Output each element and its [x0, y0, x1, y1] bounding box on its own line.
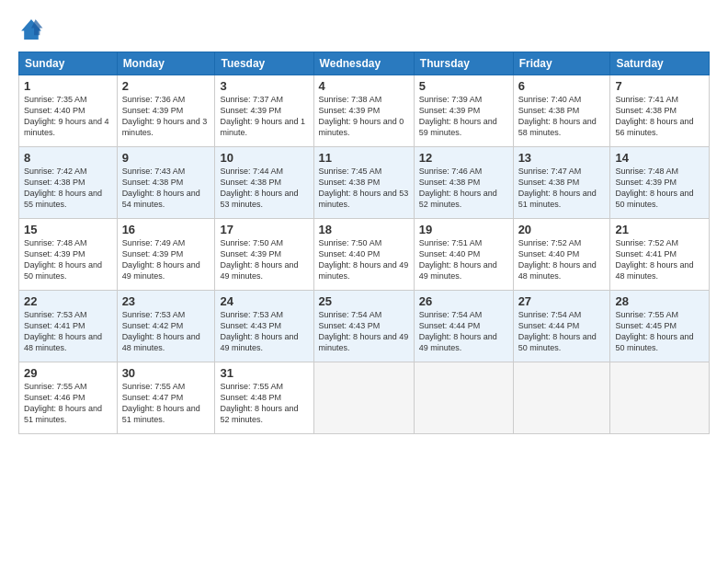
day-info: Sunrise: 7:52 AMSunset: 4:40 PMDaylight:… — [518, 237, 606, 282]
calendar-cell: 12Sunrise: 7:46 AMSunset: 4:38 PMDayligh… — [414, 147, 513, 219]
day-number: 26 — [419, 294, 508, 308]
logo — [18, 17, 48, 42]
calendar-cell: 19Sunrise: 7:51 AMSunset: 4:40 PMDayligh… — [414, 219, 513, 291]
day-number: 18 — [319, 223, 409, 236]
calendar-cell — [414, 362, 513, 434]
calendar-week-row: 29Sunrise: 7:55 AMSunset: 4:46 PMDayligh… — [19, 362, 710, 434]
day-number: 16 — [122, 223, 210, 236]
calendar-week-row: 1Sunrise: 7:35 AMSunset: 4:40 PMDaylight… — [19, 75, 710, 147]
column-header-thursday: Thursday — [414, 52, 513, 75]
calendar-cell: 24Sunrise: 7:53 AMSunset: 4:43 PMDayligh… — [215, 291, 313, 362]
calendar-cell — [313, 362, 414, 434]
day-number: 30 — [122, 366, 210, 380]
calendar-cell: 5Sunrise: 7:39 AMSunset: 4:39 PMDaylight… — [414, 75, 513, 147]
day-number: 21 — [615, 223, 704, 236]
day-info: Sunrise: 7:54 AMSunset: 4:44 PMDaylight:… — [419, 309, 508, 354]
column-header-sunday: Sunday — [19, 52, 118, 75]
day-info: Sunrise: 7:55 AMSunset: 4:45 PMDaylight:… — [615, 309, 704, 354]
header — [18, 17, 710, 42]
day-number: 10 — [220, 151, 308, 165]
day-info: Sunrise: 7:40 AMSunset: 4:38 PMDaylight:… — [518, 94, 606, 139]
day-info: Sunrise: 7:48 AMSunset: 4:39 PMDaylight:… — [24, 237, 112, 282]
day-number: 28 — [615, 294, 704, 308]
calendar-cell: 17Sunrise: 7:50 AMSunset: 4:39 PMDayligh… — [215, 219, 313, 291]
calendar-week-row: 22Sunrise: 7:53 AMSunset: 4:41 PMDayligh… — [19, 291, 710, 362]
day-info: Sunrise: 7:53 AMSunset: 4:43 PMDaylight:… — [220, 309, 308, 354]
logo-icon — [18, 17, 44, 42]
day-number: 24 — [220, 294, 308, 308]
calendar-cell: 1Sunrise: 7:35 AMSunset: 4:40 PMDaylight… — [19, 75, 118, 147]
calendar-cell: 8Sunrise: 7:42 AMSunset: 4:38 PMDaylight… — [19, 147, 118, 219]
day-info: Sunrise: 7:44 AMSunset: 4:38 PMDaylight:… — [220, 166, 308, 211]
calendar-cell: 16Sunrise: 7:49 AMSunset: 4:39 PMDayligh… — [117, 219, 215, 291]
day-info: Sunrise: 7:54 AMSunset: 4:43 PMDaylight:… — [319, 309, 409, 354]
calendar-cell: 30Sunrise: 7:55 AMSunset: 4:47 PMDayligh… — [117, 362, 215, 434]
day-number: 1 — [24, 79, 112, 93]
day-info: Sunrise: 7:39 AMSunset: 4:39 PMDaylight:… — [419, 94, 508, 139]
day-number: 31 — [220, 366, 308, 380]
calendar-cell: 13Sunrise: 7:47 AMSunset: 4:38 PMDayligh… — [513, 147, 610, 219]
day-number: 9 — [122, 151, 210, 165]
day-info: Sunrise: 7:45 AMSunset: 4:38 PMDaylight:… — [319, 166, 409, 211]
day-number: 22 — [24, 294, 112, 308]
day-number: 14 — [615, 151, 704, 165]
day-info: Sunrise: 7:51 AMSunset: 4:40 PMDaylight:… — [419, 237, 508, 282]
day-info: Sunrise: 7:43 AMSunset: 4:38 PMDaylight:… — [122, 166, 210, 211]
day-info: Sunrise: 7:42 AMSunset: 4:38 PMDaylight:… — [24, 166, 112, 211]
day-info: Sunrise: 7:36 AMSunset: 4:39 PMDaylight:… — [122, 94, 210, 139]
column-header-saturday: Saturday — [610, 52, 710, 75]
day-number: 17 — [220, 223, 308, 236]
calendar-cell — [513, 362, 610, 434]
day-number: 6 — [518, 79, 606, 93]
day-number: 7 — [615, 79, 704, 93]
calendar-cell: 2Sunrise: 7:36 AMSunset: 4:39 PMDaylight… — [117, 75, 215, 147]
day-number: 23 — [122, 294, 210, 308]
day-info: Sunrise: 7:53 AMSunset: 4:41 PMDaylight:… — [24, 309, 112, 354]
day-info: Sunrise: 7:37 AMSunset: 4:39 PMDaylight:… — [220, 94, 308, 139]
day-number: 15 — [24, 223, 112, 236]
page: SundayMondayTuesdayWednesdayThursdayFrid… — [0, 0, 728, 563]
calendar-cell: 28Sunrise: 7:55 AMSunset: 4:45 PMDayligh… — [610, 291, 710, 362]
day-info: Sunrise: 7:49 AMSunset: 4:39 PMDaylight:… — [122, 237, 210, 282]
calendar-week-row: 8Sunrise: 7:42 AMSunset: 4:38 PMDaylight… — [19, 147, 710, 219]
calendar-cell: 9Sunrise: 7:43 AMSunset: 4:38 PMDaylight… — [117, 147, 215, 219]
calendar-cell: 23Sunrise: 7:53 AMSunset: 4:42 PMDayligh… — [117, 291, 215, 362]
day-info: Sunrise: 7:48 AMSunset: 4:39 PMDaylight:… — [615, 166, 704, 211]
calendar-cell: 26Sunrise: 7:54 AMSunset: 4:44 PMDayligh… — [414, 291, 513, 362]
day-number: 4 — [319, 79, 409, 93]
calendar-cell: 14Sunrise: 7:48 AMSunset: 4:39 PMDayligh… — [610, 147, 710, 219]
calendar-cell: 20Sunrise: 7:52 AMSunset: 4:40 PMDayligh… — [513, 219, 610, 291]
day-number: 13 — [518, 151, 606, 165]
calendar-cell: 3Sunrise: 7:37 AMSunset: 4:39 PMDaylight… — [215, 75, 313, 147]
day-number: 25 — [319, 294, 409, 308]
day-info: Sunrise: 7:50 AMSunset: 4:39 PMDaylight:… — [220, 237, 308, 282]
calendar-cell: 15Sunrise: 7:48 AMSunset: 4:39 PMDayligh… — [19, 219, 118, 291]
day-number: 12 — [419, 151, 508, 165]
day-number: 3 — [220, 79, 308, 93]
day-info: Sunrise: 7:55 AMSunset: 4:46 PMDaylight:… — [24, 381, 112, 426]
calendar-cell: 31Sunrise: 7:55 AMSunset: 4:48 PMDayligh… — [215, 362, 313, 434]
day-info: Sunrise: 7:35 AMSunset: 4:40 PMDaylight:… — [24, 94, 112, 139]
calendar-cell: 25Sunrise: 7:54 AMSunset: 4:43 PMDayligh… — [313, 291, 414, 362]
day-number: 2 — [122, 79, 210, 93]
day-number: 20 — [518, 223, 606, 236]
calendar-cell: 7Sunrise: 7:41 AMSunset: 4:38 PMDaylight… — [610, 75, 710, 147]
calendar: SundayMondayTuesdayWednesdayThursdayFrid… — [18, 52, 710, 434]
day-number: 29 — [24, 366, 112, 380]
day-info: Sunrise: 7:38 AMSunset: 4:39 PMDaylight:… — [319, 94, 409, 139]
day-info: Sunrise: 7:46 AMSunset: 4:38 PMDaylight:… — [419, 166, 508, 211]
column-header-wednesday: Wednesday — [313, 52, 414, 75]
column-header-tuesday: Tuesday — [215, 52, 313, 75]
calendar-cell: 11Sunrise: 7:45 AMSunset: 4:38 PMDayligh… — [313, 147, 414, 219]
day-info: Sunrise: 7:55 AMSunset: 4:48 PMDaylight:… — [220, 381, 308, 426]
calendar-cell: 27Sunrise: 7:54 AMSunset: 4:44 PMDayligh… — [513, 291, 610, 362]
calendar-cell: 10Sunrise: 7:44 AMSunset: 4:38 PMDayligh… — [215, 147, 313, 219]
calendar-header-row: SundayMondayTuesdayWednesdayThursdayFrid… — [19, 52, 710, 75]
day-info: Sunrise: 7:55 AMSunset: 4:47 PMDaylight:… — [122, 381, 210, 426]
day-number: 11 — [319, 151, 409, 165]
calendar-cell: 18Sunrise: 7:50 AMSunset: 4:40 PMDayligh… — [313, 219, 414, 291]
day-number: 5 — [419, 79, 508, 93]
day-info: Sunrise: 7:53 AMSunset: 4:42 PMDaylight:… — [122, 309, 210, 354]
calendar-cell: 29Sunrise: 7:55 AMSunset: 4:46 PMDayligh… — [19, 362, 118, 434]
day-info: Sunrise: 7:41 AMSunset: 4:38 PMDaylight:… — [615, 94, 704, 139]
